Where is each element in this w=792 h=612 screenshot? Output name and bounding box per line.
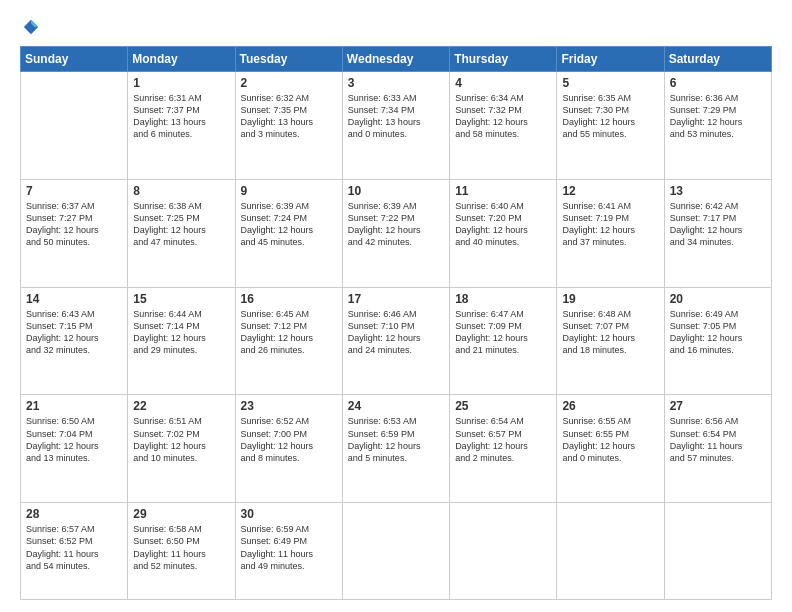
- cell-info: Sunrise: 6:59 AM Sunset: 6:49 PM Dayligh…: [241, 523, 337, 572]
- calendar-cell: 21Sunrise: 6:50 AM Sunset: 7:04 PM Dayli…: [21, 395, 128, 503]
- day-number: 7: [26, 184, 122, 198]
- day-number: 1: [133, 76, 229, 90]
- cell-info: Sunrise: 6:37 AM Sunset: 7:27 PM Dayligh…: [26, 200, 122, 249]
- header: [20, 18, 772, 36]
- cell-info: Sunrise: 6:48 AM Sunset: 7:07 PM Dayligh…: [562, 308, 658, 357]
- calendar-cell: 28Sunrise: 6:57 AM Sunset: 6:52 PM Dayli…: [21, 503, 128, 600]
- cell-info: Sunrise: 6:43 AM Sunset: 7:15 PM Dayligh…: [26, 308, 122, 357]
- weekday-header-monday: Monday: [128, 47, 235, 72]
- calendar-cell: 25Sunrise: 6:54 AM Sunset: 6:57 PM Dayli…: [450, 395, 557, 503]
- weekday-header-friday: Friday: [557, 47, 664, 72]
- day-number: 25: [455, 399, 551, 413]
- cell-info: Sunrise: 6:44 AM Sunset: 7:14 PM Dayligh…: [133, 308, 229, 357]
- calendar-cell: 23Sunrise: 6:52 AM Sunset: 7:00 PM Dayli…: [235, 395, 342, 503]
- day-number: 9: [241, 184, 337, 198]
- calendar-cell: 17Sunrise: 6:46 AM Sunset: 7:10 PM Dayli…: [342, 287, 449, 395]
- cell-info: Sunrise: 6:49 AM Sunset: 7:05 PM Dayligh…: [670, 308, 766, 357]
- calendar-cell: 29Sunrise: 6:58 AM Sunset: 6:50 PM Dayli…: [128, 503, 235, 600]
- calendar-cell: [450, 503, 557, 600]
- day-number: 8: [133, 184, 229, 198]
- calendar-cell: 1Sunrise: 6:31 AM Sunset: 7:37 PM Daylig…: [128, 72, 235, 180]
- day-number: 23: [241, 399, 337, 413]
- calendar-header-row: SundayMondayTuesdayWednesdayThursdayFrid…: [21, 47, 772, 72]
- calendar-cell: 18Sunrise: 6:47 AM Sunset: 7:09 PM Dayli…: [450, 287, 557, 395]
- calendar-cell: 8Sunrise: 6:38 AM Sunset: 7:25 PM Daylig…: [128, 179, 235, 287]
- calendar-cell: 26Sunrise: 6:55 AM Sunset: 6:55 PM Dayli…: [557, 395, 664, 503]
- day-number: 12: [562, 184, 658, 198]
- logo-icon: [22, 18, 40, 36]
- day-number: 11: [455, 184, 551, 198]
- calendar-cell: 10Sunrise: 6:39 AM Sunset: 7:22 PM Dayli…: [342, 179, 449, 287]
- cell-info: Sunrise: 6:40 AM Sunset: 7:20 PM Dayligh…: [455, 200, 551, 249]
- calendar-cell: 27Sunrise: 6:56 AM Sunset: 6:54 PM Dayli…: [664, 395, 771, 503]
- weekday-header-wednesday: Wednesday: [342, 47, 449, 72]
- calendar-cell: 11Sunrise: 6:40 AM Sunset: 7:20 PM Dayli…: [450, 179, 557, 287]
- day-number: 29: [133, 507, 229, 521]
- calendar-cell: [21, 72, 128, 180]
- cell-info: Sunrise: 6:47 AM Sunset: 7:09 PM Dayligh…: [455, 308, 551, 357]
- cell-info: Sunrise: 6:33 AM Sunset: 7:34 PM Dayligh…: [348, 92, 444, 141]
- cell-info: Sunrise: 6:54 AM Sunset: 6:57 PM Dayligh…: [455, 415, 551, 464]
- calendar-cell: 13Sunrise: 6:42 AM Sunset: 7:17 PM Dayli…: [664, 179, 771, 287]
- day-number: 24: [348, 399, 444, 413]
- calendar-cell: 30Sunrise: 6:59 AM Sunset: 6:49 PM Dayli…: [235, 503, 342, 600]
- calendar-cell: 14Sunrise: 6:43 AM Sunset: 7:15 PM Dayli…: [21, 287, 128, 395]
- calendar-body: 1Sunrise: 6:31 AM Sunset: 7:37 PM Daylig…: [21, 72, 772, 600]
- cell-info: Sunrise: 6:52 AM Sunset: 7:00 PM Dayligh…: [241, 415, 337, 464]
- weekday-header-tuesday: Tuesday: [235, 47, 342, 72]
- day-number: 21: [26, 399, 122, 413]
- calendar-week-row: 21Sunrise: 6:50 AM Sunset: 7:04 PM Dayli…: [21, 395, 772, 503]
- calendar-cell: 22Sunrise: 6:51 AM Sunset: 7:02 PM Dayli…: [128, 395, 235, 503]
- weekday-header-thursday: Thursday: [450, 47, 557, 72]
- day-number: 26: [562, 399, 658, 413]
- calendar-table: SundayMondayTuesdayWednesdayThursdayFrid…: [20, 46, 772, 600]
- day-number: 22: [133, 399, 229, 413]
- calendar-cell: 15Sunrise: 6:44 AM Sunset: 7:14 PM Dayli…: [128, 287, 235, 395]
- day-number: 16: [241, 292, 337, 306]
- calendar-cell: 3Sunrise: 6:33 AM Sunset: 7:34 PM Daylig…: [342, 72, 449, 180]
- calendar-cell: 12Sunrise: 6:41 AM Sunset: 7:19 PM Dayli…: [557, 179, 664, 287]
- cell-info: Sunrise: 6:34 AM Sunset: 7:32 PM Dayligh…: [455, 92, 551, 141]
- day-number: 6: [670, 76, 766, 90]
- cell-info: Sunrise: 6:53 AM Sunset: 6:59 PM Dayligh…: [348, 415, 444, 464]
- day-number: 27: [670, 399, 766, 413]
- cell-info: Sunrise: 6:51 AM Sunset: 7:02 PM Dayligh…: [133, 415, 229, 464]
- day-number: 15: [133, 292, 229, 306]
- calendar-cell: 6Sunrise: 6:36 AM Sunset: 7:29 PM Daylig…: [664, 72, 771, 180]
- cell-info: Sunrise: 6:46 AM Sunset: 7:10 PM Dayligh…: [348, 308, 444, 357]
- page: SundayMondayTuesdayWednesdayThursdayFrid…: [0, 0, 792, 612]
- calendar-cell: 7Sunrise: 6:37 AM Sunset: 7:27 PM Daylig…: [21, 179, 128, 287]
- cell-info: Sunrise: 6:45 AM Sunset: 7:12 PM Dayligh…: [241, 308, 337, 357]
- cell-info: Sunrise: 6:41 AM Sunset: 7:19 PM Dayligh…: [562, 200, 658, 249]
- calendar-cell: 5Sunrise: 6:35 AM Sunset: 7:30 PM Daylig…: [557, 72, 664, 180]
- day-number: 28: [26, 507, 122, 521]
- calendar-week-row: 14Sunrise: 6:43 AM Sunset: 7:15 PM Dayli…: [21, 287, 772, 395]
- cell-info: Sunrise: 6:42 AM Sunset: 7:17 PM Dayligh…: [670, 200, 766, 249]
- calendar-cell: 16Sunrise: 6:45 AM Sunset: 7:12 PM Dayli…: [235, 287, 342, 395]
- day-number: 19: [562, 292, 658, 306]
- cell-info: Sunrise: 6:58 AM Sunset: 6:50 PM Dayligh…: [133, 523, 229, 572]
- day-number: 5: [562, 76, 658, 90]
- cell-info: Sunrise: 6:31 AM Sunset: 7:37 PM Dayligh…: [133, 92, 229, 141]
- day-number: 2: [241, 76, 337, 90]
- day-number: 13: [670, 184, 766, 198]
- day-number: 14: [26, 292, 122, 306]
- calendar-cell: 20Sunrise: 6:49 AM Sunset: 7:05 PM Dayli…: [664, 287, 771, 395]
- cell-info: Sunrise: 6:39 AM Sunset: 7:22 PM Dayligh…: [348, 200, 444, 249]
- calendar-cell: 19Sunrise: 6:48 AM Sunset: 7:07 PM Dayli…: [557, 287, 664, 395]
- calendar-cell: [664, 503, 771, 600]
- calendar-week-row: 7Sunrise: 6:37 AM Sunset: 7:27 PM Daylig…: [21, 179, 772, 287]
- cell-info: Sunrise: 6:36 AM Sunset: 7:29 PM Dayligh…: [670, 92, 766, 141]
- cell-info: Sunrise: 6:38 AM Sunset: 7:25 PM Dayligh…: [133, 200, 229, 249]
- day-number: 20: [670, 292, 766, 306]
- calendar-week-row: 1Sunrise: 6:31 AM Sunset: 7:37 PM Daylig…: [21, 72, 772, 180]
- day-number: 17: [348, 292, 444, 306]
- calendar-cell: 4Sunrise: 6:34 AM Sunset: 7:32 PM Daylig…: [450, 72, 557, 180]
- calendar-week-row: 28Sunrise: 6:57 AM Sunset: 6:52 PM Dayli…: [21, 503, 772, 600]
- calendar-cell: 9Sunrise: 6:39 AM Sunset: 7:24 PM Daylig…: [235, 179, 342, 287]
- calendar-cell: 24Sunrise: 6:53 AM Sunset: 6:59 PM Dayli…: [342, 395, 449, 503]
- cell-info: Sunrise: 6:55 AM Sunset: 6:55 PM Dayligh…: [562, 415, 658, 464]
- cell-info: Sunrise: 6:32 AM Sunset: 7:35 PM Dayligh…: [241, 92, 337, 141]
- weekday-header-saturday: Saturday: [664, 47, 771, 72]
- calendar-cell: [557, 503, 664, 600]
